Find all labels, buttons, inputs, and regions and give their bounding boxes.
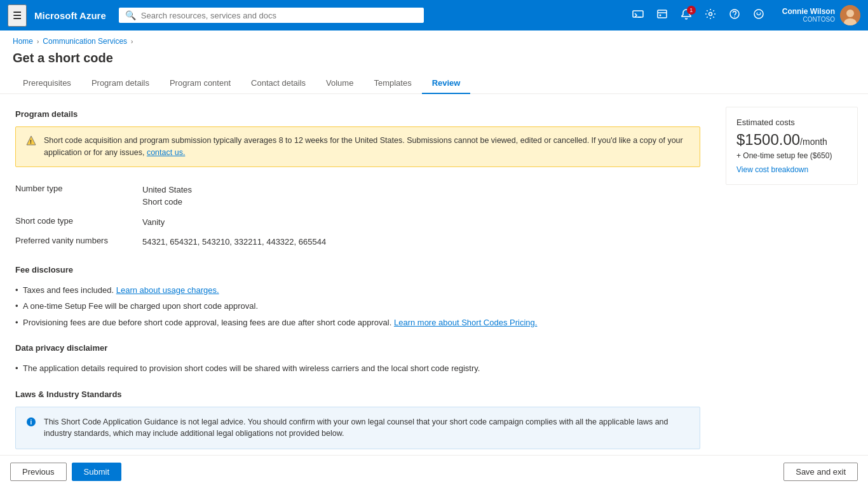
search-icon: 🔍 <box>125 10 136 20</box>
fee-disclosure-header: Fee disclosure <box>15 265 700 274</box>
page-title: Get a short code <box>0 48 868 73</box>
laws-info-box: i This Short Code Application Guidance i… <box>15 407 700 450</box>
contact-us-link[interactable]: contact us. <box>147 148 185 157</box>
user-name: Connie Wilson <box>782 7 835 16</box>
fee-item-3: Provisioning fees are due before short c… <box>15 315 700 331</box>
directory-button[interactable] <box>651 4 673 26</box>
warning-text: Short code acquisition and program submi… <box>44 135 689 159</box>
svg-point-8 <box>754 10 763 18</box>
svg-point-7 <box>734 17 735 18</box>
breadcrumb: Home › Communication Services › <box>0 30 868 48</box>
bottom-bar: Previous Submit Save and exit <box>0 455 868 488</box>
main-area: Program details ! Short code acquisition… <box>0 94 868 455</box>
fee-item-2: A one-time Setup Fee will be charged upo… <box>15 298 700 315</box>
data-privacy-item: The application details required to prov… <box>15 360 700 377</box>
tab-program-content[interactable]: Program content <box>159 73 241 94</box>
svg-text:!: ! <box>30 139 32 145</box>
warning-box: ! Short code acquisition and program sub… <box>15 126 700 167</box>
short-code-type-row: Short code type Vanity <box>15 212 700 233</box>
estimated-costs-price: $1500.00/month <box>736 131 847 149</box>
notifications-button[interactable]: 1 <box>675 4 697 26</box>
tab-bar: Prerequisites Program details Program co… <box>0 73 868 94</box>
tab-program-details[interactable]: Program details <box>81 73 159 94</box>
estimated-costs-setup: + One-time setup fee ($650) <box>736 151 847 160</box>
laws-section: Laws & Industry Standards i This Short C… <box>15 390 700 450</box>
tab-templates[interactable]: Templates <box>363 73 421 94</box>
settings-button[interactable] <box>700 4 721 26</box>
vanity-numbers-value: 54321, 654321, 543210, 332211, 443322, 6… <box>142 236 326 248</box>
top-navigation: ☰ Microsoft Azure 🔍 1 Connie Wilson CONT… <box>0 0 868 30</box>
svg-rect-0 <box>633 11 643 17</box>
data-privacy-section: Data privacy disclaimer The application … <box>15 343 700 377</box>
user-org: CONTOSO <box>782 16 835 24</box>
number-type-label: Number type <box>15 184 142 208</box>
laws-info-text: This Short Code Application Guidance is … <box>44 416 689 440</box>
notification-badge: 1 <box>687 6 696 15</box>
tab-contact-details[interactable]: Contact details <box>241 73 316 94</box>
svg-text:i: i <box>31 419 32 426</box>
save-exit-button[interactable]: Save and exit <box>783 463 858 481</box>
hamburger-menu-button[interactable]: ☰ <box>8 4 27 27</box>
fee-disclosure-section: Fee disclosure Taxes and fees included. … <box>15 265 700 331</box>
cloud-shell-button[interactable] <box>627 4 649 26</box>
user-info: Connie Wilson CONTOSO <box>782 7 835 24</box>
short-codes-pricing-link[interactable]: Learn more about Short Codes Pricing. <box>394 318 537 327</box>
program-details-header: Program details <box>15 109 700 119</box>
breadcrumb-service[interactable]: Communication Services <box>43 37 127 46</box>
nav-icon-group: 1 <box>627 4 770 26</box>
svg-rect-2 <box>658 10 667 18</box>
tab-volume[interactable]: Volume <box>316 73 363 94</box>
estimated-costs-card: Estimated costs $1500.00/month + One-tim… <box>726 107 858 185</box>
data-privacy-list: The application details required to prov… <box>15 360 700 377</box>
laws-header: Laws & Industry Standards <box>15 390 700 399</box>
sidebar: Estimated costs $1500.00/month + One-tim… <box>715 94 868 455</box>
help-button[interactable] <box>724 4 745 26</box>
avatar[interactable] <box>840 5 860 25</box>
vanity-numbers-label: Preferred vanity numbers <box>15 236 142 248</box>
svg-point-4 <box>659 15 661 17</box>
view-cost-breakdown-link[interactable]: View cost breakdown <box>736 165 847 174</box>
data-privacy-header: Data privacy disclaimer <box>15 343 700 353</box>
fee-disclosure-list: Taxes and fees included. Learn about usa… <box>15 282 700 331</box>
breadcrumb-separator-1: › <box>37 38 39 45</box>
short-code-type-label: Short code type <box>15 216 142 229</box>
number-type-row: Number type United States Short code <box>15 180 700 212</box>
tab-prerequisites[interactable]: Prerequisites <box>13 73 81 94</box>
svg-point-12 <box>846 10 854 17</box>
svg-point-5 <box>709 13 712 16</box>
fee-item-1: Taxes and fees included. Learn about usa… <box>15 282 700 299</box>
search-input[interactable] <box>141 11 417 20</box>
feedback-button[interactable] <box>748 4 770 26</box>
short-code-type-value: Vanity <box>142 216 165 229</box>
program-info-table: Number type United States Short code Sho… <box>15 180 700 252</box>
number-type-value: United States Short code <box>142 184 192 208</box>
usage-charges-link[interactable]: Learn about usage charges. <box>116 285 219 295</box>
previous-button[interactable]: Previous <box>10 463 67 481</box>
vanity-numbers-row: Preferred vanity numbers 54321, 654321, … <box>15 232 700 252</box>
azure-logo: Microsoft Azure <box>34 10 106 21</box>
breadcrumb-home[interactable]: Home <box>13 37 33 46</box>
content-area: Program details ! Short code acquisition… <box>0 94 715 455</box>
user-menu[interactable]: Connie Wilson CONTOSO <box>782 5 860 25</box>
info-icon: i <box>26 417 36 430</box>
svg-point-10 <box>760 12 761 13</box>
submit-button[interactable]: Submit <box>72 463 121 481</box>
search-bar[interactable]: 🔍 <box>119 8 424 23</box>
tab-review[interactable]: Review <box>422 73 471 94</box>
breadcrumb-separator-2: › <box>131 38 133 45</box>
svg-point-9 <box>757 12 758 13</box>
warning-icon: ! <box>26 135 36 148</box>
bottom-right-actions: Save and exit <box>783 463 858 481</box>
estimated-costs-title: Estimated costs <box>736 118 847 127</box>
